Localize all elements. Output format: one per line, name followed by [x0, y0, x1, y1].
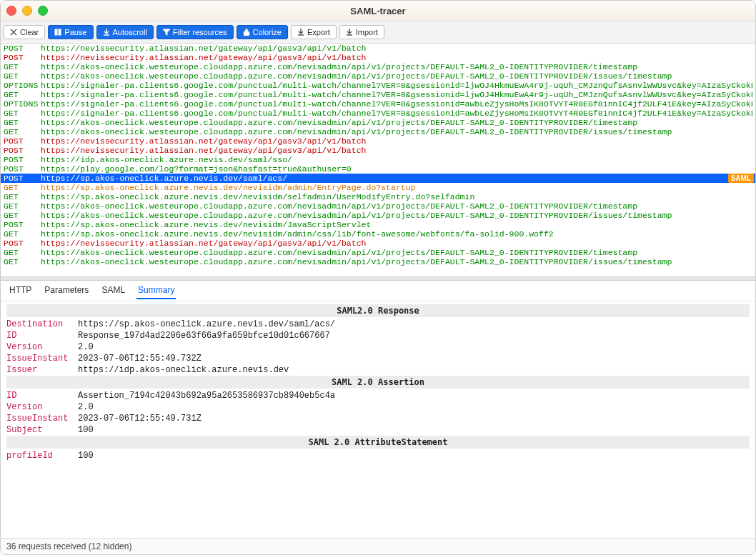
- export-button[interactable]: Export: [291, 25, 337, 39]
- window-controls: [6, 6, 48, 16]
- tab-parameters[interactable]: Parameters: [43, 282, 90, 299]
- method-label: POST: [4, 44, 41, 53]
- request-row[interactable]: GEThttps://akos-oneclick.westeurope.clou…: [1, 248, 755, 257]
- request-row[interactable]: OPTIONShttps://signaler-pa.clients6.goog…: [1, 99, 755, 109]
- kv-row: IDAssertion_7194c42043b692a95a2653586937…: [6, 390, 750, 401]
- method-label: GET: [4, 248, 41, 257]
- request-row[interactable]: POSThttps://sp.akos-oneclick.azure.nevis…: [1, 174, 755, 183]
- request-row[interactable]: GEThttps://akos-oneclick.westeurope.clou…: [1, 211, 755, 220]
- method-label: GET: [4, 183, 41, 192]
- request-row[interactable]: GEThttps://sp.akos-oneclick.azure.nevis.…: [1, 183, 755, 192]
- method-label: GET: [4, 118, 41, 127]
- url-label: https://akos-oneclick.westeurope.cloudap…: [41, 62, 752, 71]
- kv-key: ID: [6, 390, 78, 401]
- method-label: GET: [4, 192, 41, 201]
- request-row[interactable]: OPTIONShttps://signaler-pa.clients6.goog…: [1, 81, 755, 90]
- request-row[interactable]: POSThttps://nevissecurity.atlassian.net/…: [1, 146, 755, 155]
- tab-summary[interactable]: Summary: [136, 282, 176, 299]
- pause-button[interactable]: Pause: [48, 25, 93, 39]
- clear-label: Clear: [20, 28, 39, 36]
- url-label: https://sp.akos-oneclick.azure.nevis.dev…: [41, 183, 752, 192]
- request-row[interactable]: GEThttps://signaler-pa.clients6.google.c…: [1, 90, 755, 99]
- request-list[interactable]: POSThttps://nevissecurity.atlassian.net/…: [1, 44, 755, 276]
- kv-key: Subject: [6, 424, 78, 436]
- method-label: GET: [4, 62, 41, 71]
- url-label: https://nevissecurity.atlassian.net/gate…: [41, 136, 752, 146]
- request-row[interactable]: GEThttps://sp.akos-oneclick.azure.nevis.…: [1, 192, 755, 201]
- request-row[interactable]: GEThttps://akos-oneclick.westeurope.clou…: [1, 201, 755, 211]
- request-row[interactable]: GEThttps://akos-oneclick.westeurope.clou…: [1, 62, 755, 71]
- url-label: https://sp.akos-oneclick.azure.nevis.dev…: [41, 192, 752, 201]
- method-label: GET: [4, 257, 41, 266]
- request-row[interactable]: GEThttps://akos-oneclick.westeurope.clou…: [1, 127, 755, 136]
- method-label: POST: [4, 164, 41, 174]
- request-row[interactable]: POSThttps://idp.akos-oneclick.azure.nevi…: [1, 155, 755, 164]
- colorize-button[interactable]: Colorize: [237, 25, 288, 39]
- kv-key: Issuer: [6, 364, 78, 376]
- kv-value: 100: [78, 424, 94, 436]
- svg-rect-1: [59, 29, 61, 35]
- kv-value: 2023-07-06T12:55:49.731Z: [78, 413, 202, 424]
- kv-value: https://sp.akos-oneclick.azure.nevis.dev…: [78, 319, 335, 330]
- svg-rect-0: [55, 29, 57, 35]
- url-label: https://akos-oneclick.westeurope.cloudap…: [41, 201, 752, 211]
- tab-saml[interactable]: SAML: [100, 282, 126, 299]
- url-label: https://nevissecurity.atlassian.net/gate…: [41, 239, 752, 248]
- method-label: GET: [4, 211, 41, 220]
- kv-key: Version: [6, 341, 78, 353]
- method-label: POST: [4, 239, 41, 248]
- kv-key: ID: [6, 330, 78, 341]
- pause-label: Pause: [64, 28, 86, 36]
- close-icon[interactable]: [6, 6, 16, 16]
- url-label: https://akos-oneclick.westeurope.cloudap…: [41, 127, 752, 136]
- kv-row: IDResponse_197d4ad2206e63f66a9fa659bfce1…: [6, 330, 750, 341]
- detail-body: SAML2.0 Response Destinationhttps://sp.a…: [1, 301, 755, 538]
- method-label: GET: [4, 109, 41, 118]
- request-row[interactable]: POSThttps://play.google.com/log?format=j…: [1, 164, 755, 174]
- request-row[interactable]: POSThttps://nevissecurity.atlassian.net/…: [1, 53, 755, 62]
- method-label: GET: [4, 71, 41, 81]
- attributes-kv-block: profileId100: [6, 450, 750, 461]
- pause-icon: [54, 29, 61, 36]
- kv-row: profileId100: [6, 450, 750, 461]
- method-label: OPTIONS: [4, 81, 41, 90]
- response-kv-block: Destinationhttps://sp.akos-oneclick.azur…: [6, 319, 750, 376]
- tab-http[interactable]: HTTP: [8, 282, 33, 299]
- kv-value: https://idp.akos-oneclick.azure.nevis.de…: [78, 364, 289, 376]
- method-label: GET: [4, 201, 41, 211]
- request-row[interactable]: GEThttps://akos-oneclick.westeurope.clou…: [1, 71, 755, 81]
- request-row[interactable]: GEThttps://akos-oneclick.westeurope.clou…: [1, 118, 755, 127]
- autoscroll-label: Autoscroll: [113, 28, 147, 36]
- filter-button[interactable]: Filter resources: [156, 25, 234, 39]
- request-row[interactable]: POSThttps://nevissecurity.atlassian.net/…: [1, 136, 755, 146]
- import-icon: [346, 29, 353, 36]
- url-label: https://akos-oneclick.westeurope.cloudap…: [41, 118, 752, 127]
- request-row[interactable]: GEThttps://signaler-pa.clients6.google.c…: [1, 109, 755, 118]
- kv-row: Version2.0: [6, 341, 750, 353]
- x-icon: [10, 29, 17, 36]
- section-assertion: SAML 2.0 Assertion: [6, 376, 750, 389]
- autoscroll-button[interactable]: Autoscroll: [96, 25, 154, 39]
- minimize-icon[interactable]: [22, 6, 32, 16]
- kv-row: Version2.0: [6, 401, 750, 413]
- request-row[interactable]: GEThttps://sp.akos-oneclick.azure.nevis.…: [1, 229, 755, 239]
- export-label: Export: [307, 28, 330, 36]
- zoom-icon[interactable]: [38, 6, 48, 16]
- kv-row: IssueInstant2023-07-06T12:55:49.732Z: [6, 353, 750, 364]
- status-text: 36 requests received (12 hidden): [6, 541, 131, 551]
- url-label: https://sp.akos-oneclick.azure.nevis.dev…: [41, 174, 752, 183]
- kv-key: IssueInstant: [6, 353, 78, 364]
- request-row[interactable]: POSThttps://nevissecurity.atlassian.net/…: [1, 239, 755, 248]
- clear-button[interactable]: Clear: [4, 25, 45, 39]
- method-label: POST: [4, 220, 41, 229]
- url-label: https://idp.akos-oneclick.azure.nevis.de…: [41, 155, 752, 164]
- method-label: POST: [4, 53, 41, 62]
- url-label: https://signaler-pa.clients6.google.com/…: [41, 109, 752, 118]
- import-button[interactable]: Import: [339, 25, 384, 39]
- request-row[interactable]: POSThttps://sp.akos-oneclick.azure.nevis…: [1, 220, 755, 229]
- request-row[interactable]: GEThttps://akos-oneclick.westeurope.clou…: [1, 257, 755, 266]
- url-label: https://play.google.com/log?format=json&…: [41, 164, 752, 174]
- kv-row: Subject100: [6, 424, 750, 436]
- detail-tabs: HTTP Parameters SAML Summary: [1, 281, 755, 301]
- request-row[interactable]: POSThttps://nevissecurity.atlassian.net/…: [1, 44, 755, 53]
